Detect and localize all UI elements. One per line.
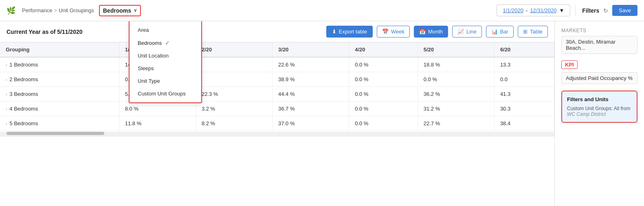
col-3-20: 3/20 [273, 42, 349, 57]
export-icon: ⬇ [332, 29, 336, 35]
filters-units-section: Filters and Units Custom Unit Groups: Al… [561, 91, 637, 123]
bar-chart-icon: 📊 [491, 29, 498, 35]
grouping-dropdown-menu: Area Bedrooms ✓ Unit Location Sleeps Uni… [129, 21, 202, 103]
main-area: Current Year as of 5/11/2020 ⬇ Export ta… [0, 21, 644, 206]
expand-icon[interactable]: › [6, 92, 7, 97]
breadcrumb-performance: Performance [22, 7, 52, 13]
cell-val: 41.3 [494, 87, 554, 102]
grouping-dropdown-trigger[interactable]: Bedrooms ∨ [99, 5, 141, 16]
dropdown-item-bedrooms[interactable]: Bedrooms ✓ [130, 36, 201, 49]
dropdown-item-area-label: Area [138, 27, 149, 33]
date-end: 12/31/2020 [530, 7, 556, 13]
dropdown-item-area[interactable]: Area [130, 24, 201, 36]
row-grouping: ›4 Bedrooms [0, 102, 119, 116]
dropdown-item-custom-unit-groups[interactable]: Custom Unit Groups [130, 87, 201, 100]
cell-val: 0.0 % [349, 72, 418, 87]
dropdown-item-sleeps-label: Sleeps [138, 65, 154, 71]
dropdown-item-unit-location-label: Unit Location [138, 53, 169, 59]
expand-icon[interactable]: › [6, 107, 7, 111]
breadcrumb-unit-groupings: Unit Groupings [59, 7, 94, 13]
table-view-button[interactable]: ⊞ Table [518, 26, 548, 38]
dropdown-item-unit-location[interactable]: Unit Location [130, 49, 201, 62]
sidebar: Markets 30A, Destin, Miramar Beach... KP… [554, 21, 644, 206]
week-view-button[interactable]: 📅 Week [377, 26, 410, 38]
col-5-20: 5/20 [418, 42, 494, 57]
cell-val: 44.4 % [273, 87, 349, 102]
check-icon: ✓ [165, 40, 170, 46]
cell-val: 0.0 % [418, 72, 494, 87]
row-grouping: ›2 Bedrooms [0, 72, 119, 87]
line-chart-icon: 📈 [457, 29, 464, 35]
sidebar-filters-label: Filters [582, 7, 599, 14]
kpi-value: Adjusted Paid Occupancy % [561, 72, 637, 84]
cell-val: 0.0 % [349, 57, 418, 72]
toolbar-row: Current Year as of 5/11/2020 ⬇ Export ta… [0, 21, 554, 42]
bar-view-button[interactable]: 📊 Bar [486, 26, 514, 38]
table-label: Table [530, 29, 543, 35]
cell-val: 22.6 % [273, 57, 349, 72]
line-view-button[interactable]: 📈 Line [452, 26, 482, 38]
cell-val [196, 72, 272, 87]
expand-icon[interactable]: › [6, 122, 7, 126]
cell-val: 13.3 [494, 57, 554, 72]
cell-val: 36.7 % [273, 102, 349, 116]
scrollbar-thumb[interactable] [7, 132, 104, 135]
col-4-20: 4/20 [349, 42, 418, 57]
cell-val: 18.8 % [418, 57, 494, 72]
export-label: Export table [339, 29, 367, 35]
dropdown-item-custom-unit-groups-label: Custom Unit Groups [138, 91, 186, 97]
line-label: Line [466, 29, 477, 35]
cell-val: 11.8 % [119, 116, 196, 131]
col-grouping: Grouping [0, 42, 119, 57]
table-icon: ⊞ [523, 29, 528, 35]
breadcrumb: Performance > Unit Groupings [22, 7, 94, 13]
dropdown-item-unit-type[interactable]: Unit Type [130, 75, 201, 87]
row-grouping: ›3 Bedrooms [0, 87, 119, 102]
save-button[interactable]: Save [612, 5, 637, 16]
app-logo-icon: 🌿 [7, 6, 15, 15]
month-label: Month [428, 29, 443, 35]
cell-val: 0.0 [494, 72, 554, 87]
cell-val: 3.2 % [196, 102, 272, 116]
top-bar: 🌿 Performance > Unit Groupings Bedrooms … [0, 0, 644, 21]
sidebar-header-area: Filters ↻ Save [575, 5, 637, 16]
expand-icon[interactable]: › [6, 78, 7, 82]
horizontal-scrollbar[interactable] [0, 132, 554, 137]
calendar-icon: 📅 [382, 29, 389, 35]
week-label: Week [391, 29, 404, 35]
table-header-row: Grouping 1/20 2/20 3/20 4/20 5/20 6/20 [0, 42, 554, 57]
table-row: ›1 Bedrooms 14.8 % 22.6 % 0.0 % 18.8 % 1… [0, 57, 554, 72]
table-row: ›2 Bedrooms 0.0 % 38.9 % 0.0 % 0.0 % 0.0 [0, 72, 554, 87]
expand-icon[interactable]: › [6, 63, 7, 67]
cell-val: 30.3 [494, 102, 554, 116]
kpi-section: KPI Adjusted Paid Occupancy % [561, 60, 637, 84]
markets-label: Markets [561, 28, 637, 33]
row-grouping: ›1 Bedrooms [0, 57, 119, 72]
table-row: ›3 Bedrooms 5.4 % 22.3 % 44.4 % 0.0 % 36… [0, 87, 554, 102]
month-view-button[interactable]: 📅 Month [414, 26, 448, 38]
cell-val: 38.9 % [273, 72, 349, 87]
cell-val: 38.4 [494, 116, 554, 131]
cell-val: 0.0 % [349, 116, 418, 131]
col-2-20: 2/20 [196, 42, 272, 57]
data-table: Grouping 1/20 2/20 3/20 4/20 5/20 6/20 ›… [0, 42, 554, 131]
cell-val: 22.7 % [418, 116, 494, 131]
col-6-20: 6/20 [494, 42, 554, 57]
cell-val: 8.2 % [196, 116, 272, 131]
export-table-button[interactable]: ⬇ Export table [326, 26, 373, 38]
cell-val: 8.0 % [119, 102, 196, 116]
markets-value: 30A, Destin, Miramar Beach... [561, 36, 637, 54]
cell-val: 22.3 % [196, 87, 272, 102]
refresh-icon[interactable]: ↻ [603, 7, 608, 14]
dropdown-item-sleeps[interactable]: Sleeps [130, 62, 201, 75]
breadcrumb-separator: > [54, 7, 57, 13]
current-year-label: Current Year as of 5/11/2020 [7, 29, 83, 35]
date-range-button[interactable]: 1/1/2020 - 12/31/2020 ▼ [497, 4, 570, 16]
cell-val: 31.2 % [418, 102, 494, 116]
date-start: 1/1/2020 [503, 7, 523, 13]
filters-units-box: Filters and Units Custom Unit Groups: Al… [561, 91, 637, 123]
chevron-down-icon: ∨ [134, 8, 137, 13]
kpi-badge: KPI [561, 60, 578, 69]
date-separator: - [526, 7, 528, 13]
cell-val: 36.2 % [418, 87, 494, 102]
